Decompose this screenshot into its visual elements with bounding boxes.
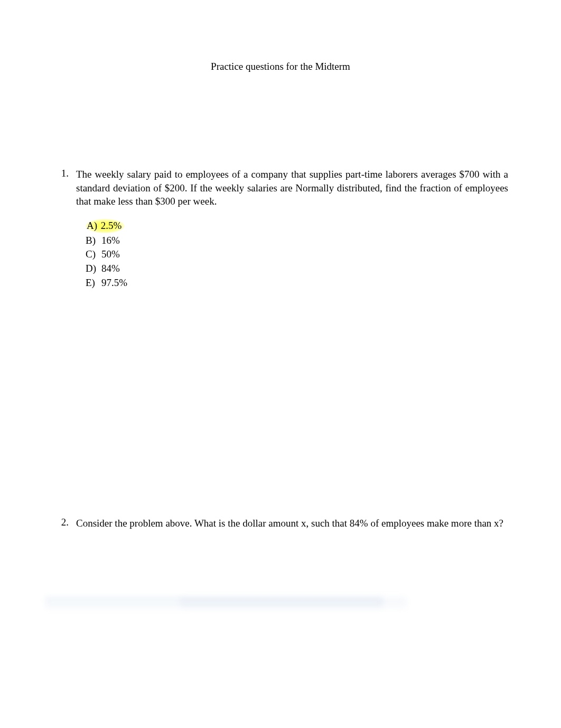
question-text: The weekly salary paid to employees of a… bbox=[76, 168, 508, 208]
option-value: 16% bbox=[101, 234, 120, 247]
option-value: 84% bbox=[101, 262, 120, 275]
option-value: 2.5% bbox=[101, 220, 122, 231]
option-letter: D) bbox=[86, 262, 100, 275]
question-block-1: 1. The weekly salary paid to employees o… bbox=[53, 168, 508, 289]
question-1: 1. The weekly salary paid to employees o… bbox=[53, 168, 508, 208]
option-b: B) 16% bbox=[86, 234, 508, 247]
option-e: E) 97.5% bbox=[86, 277, 508, 290]
highlight-marker: A) 2.5% bbox=[86, 219, 125, 233]
options-list: A) 2.5% B) 16% C) 50% D) 84% E) 97.5% bbox=[86, 219, 508, 289]
question-2: 2. Consider the problem above. What is t… bbox=[53, 517, 508, 530]
option-letter: B) bbox=[86, 234, 100, 247]
option-a: A) 2.5% bbox=[86, 219, 508, 233]
option-letter: A) bbox=[87, 220, 97, 231]
document-page: Practice questions for the Midterm 1. Th… bbox=[0, 0, 561, 530]
option-value: 97.5% bbox=[101, 277, 127, 290]
page-title: Practice questions for the Midterm bbox=[53, 61, 508, 72]
question-text: Consider the problem above. What is the … bbox=[76, 517, 508, 530]
option-value: 50% bbox=[101, 248, 120, 261]
option-letter: E) bbox=[86, 277, 100, 290]
option-d: D) 84% bbox=[86, 262, 508, 275]
question-number: 1. bbox=[53, 168, 69, 179]
option-c: C) 50% bbox=[86, 248, 508, 261]
question-number: 2. bbox=[53, 517, 69, 528]
option-letter: C) bbox=[86, 248, 100, 261]
blur-overlay bbox=[180, 597, 407, 609]
question-block-2: 2. Consider the problem above. What is t… bbox=[53, 517, 508, 530]
